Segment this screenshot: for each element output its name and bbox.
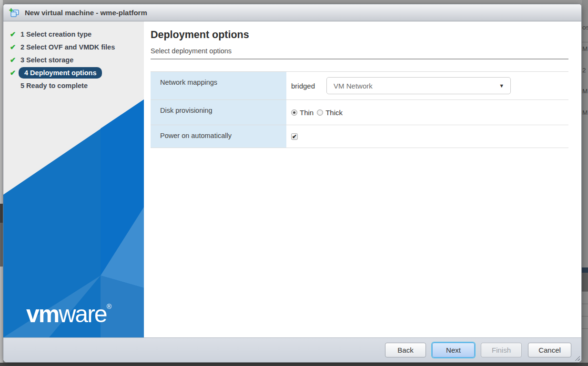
disk-provisioning-row: Disk provisioning Thin Thick bbox=[151, 100, 568, 125]
wizard-steps-sidebar: ✔ 1 Select creation type ✔ 2 Select OVF … bbox=[3, 21, 144, 337]
network-select[interactable]: VM Network ▼ bbox=[326, 77, 511, 94]
disk-provisioning-label: Disk provisioning bbox=[151, 100, 287, 125]
power-on-checkbox[interactable]: ✔ bbox=[291, 133, 298, 140]
step-label: 3 Select storage bbox=[20, 56, 73, 64]
vmware-logo: vmware® bbox=[26, 300, 112, 328]
network-mappings-row: Network mappings bridged VM Network ▼ bbox=[151, 72, 568, 100]
backdrop-text-fragment: M bbox=[582, 88, 588, 95]
step-select-storage[interactable]: ✔ 3 Select storage bbox=[3, 53, 144, 66]
thin-radio-label[interactable]: Thin bbox=[300, 109, 314, 117]
step-done-check-icon: ✔ bbox=[8, 69, 18, 77]
thin-radio[interactable] bbox=[291, 109, 297, 116]
step-done-check-icon: ✔ bbox=[8, 56, 18, 64]
finish-button: Finish bbox=[481, 343, 522, 357]
header-divider bbox=[151, 59, 568, 59]
chevron-down-icon: ▼ bbox=[499, 83, 504, 89]
step-label: 1 Select creation type bbox=[20, 30, 91, 38]
step-ready-to-complete[interactable]: 5 Ready to complete bbox=[3, 79, 144, 92]
step-deployment-options[interactable]: ✔ 4 Deployment options bbox=[3, 66, 144, 79]
cancel-button[interactable]: Cancel bbox=[528, 343, 571, 357]
new-vm-wizard-dialog: ✚ New virtual machine - wme-platform ✔ 1… bbox=[3, 4, 582, 363]
step-done-check-icon: ✔ bbox=[8, 43, 18, 51]
backdrop-text-fragment: M bbox=[582, 109, 588, 116]
step-select-creation-type[interactable]: ✔ 1 Select creation type bbox=[3, 28, 144, 40]
registered-mark: ® bbox=[107, 303, 112, 310]
next-button[interactable]: Next bbox=[432, 343, 475, 357]
network-key-label: bridged bbox=[291, 82, 315, 90]
power-on-label: Power on automatically bbox=[151, 125, 287, 148]
power-on-row: Power on automatically ✔ bbox=[151, 125, 568, 148]
back-button[interactable]: Back bbox=[385, 343, 426, 357]
dialog-title: New virtual machine - wme-platform bbox=[25, 9, 147, 17]
deployment-options-table: Network mappings bridged VM Network ▼ Di… bbox=[151, 71, 568, 148]
thick-radio-label[interactable]: Thick bbox=[325, 109, 343, 117]
resize-grip[interactable] bbox=[575, 356, 580, 361]
backdrop-text-fragment: 2 bbox=[582, 67, 586, 74]
checkbox-check-icon: ✔ bbox=[292, 133, 297, 140]
backdrop-text-fragment: os bbox=[582, 24, 588, 31]
steps-list: ✔ 1 Select creation type ✔ 2 Select OVF … bbox=[3, 21, 144, 92]
wizard-page-content: Deployment options Select deployment opt… bbox=[144, 21, 581, 337]
wizard-footer: Back Next Finish Cancel bbox=[3, 337, 581, 362]
step-done-check-icon: ✔ bbox=[8, 30, 18, 39]
backdrop-text-fragment: M bbox=[582, 45, 588, 52]
backdrop-bottom-edge bbox=[0, 363, 588, 366]
network-select-value: VM Network bbox=[334, 82, 373, 90]
page-title: Deployment options bbox=[151, 29, 581, 41]
step-label: 4 Deployment options bbox=[19, 67, 102, 79]
page-subtitle: Select deployment options bbox=[151, 47, 581, 55]
step-label: 5 Ready to complete bbox=[20, 82, 88, 89]
step-select-ovf-vmdk[interactable]: ✔ 2 Select OVF and VMDK files bbox=[3, 40, 144, 53]
network-mappings-label: Network mappings bbox=[151, 72, 287, 99]
plus-icon: ✚ bbox=[9, 8, 13, 13]
new-vm-icon: ✚ bbox=[9, 8, 20, 18]
thick-radio[interactable] bbox=[317, 109, 323, 116]
dialog-titlebar[interactable]: ✚ New virtual machine - wme-platform bbox=[3, 4, 581, 21]
step-label: 2 Select OVF and VMDK files bbox=[20, 43, 115, 51]
backdrop-right-edge: os M 2 M M bbox=[582, 0, 588, 366]
